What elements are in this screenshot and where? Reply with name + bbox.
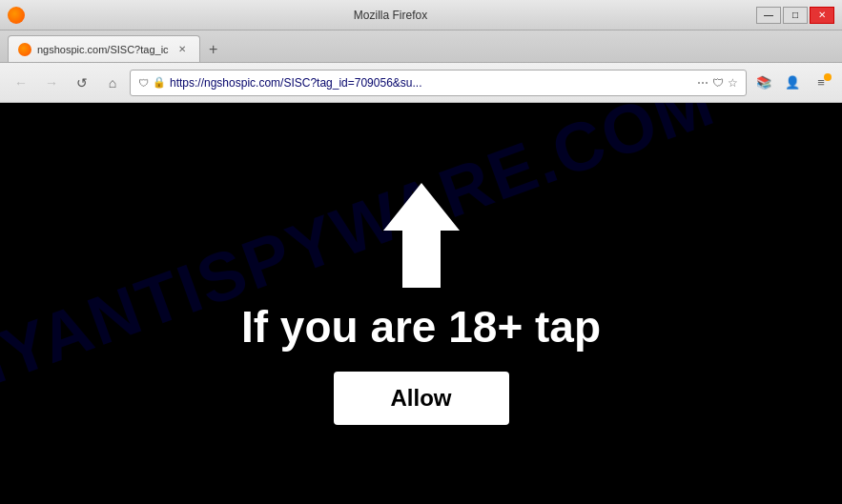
tab-title: ngshospic.com/SISC?tag_ic	[37, 44, 169, 55]
browser-tab[interactable]: ngshospic.com/SISC?tag_ic ✕	[8, 35, 200, 62]
allow-button[interactable]: Allow	[334, 372, 509, 425]
window-title: Mozilla Firefox	[25, 9, 756, 22]
page-content: MYANTISPYWARE.COM If you are 18+ tap All…	[0, 103, 842, 504]
new-tab-button[interactable]: +	[200, 37, 227, 62]
toolbar-right: 📚 👤 ≡	[750, 71, 834, 95]
svg-marker-0	[383, 183, 460, 288]
shield-icon: 🛡	[712, 76, 724, 90]
menu-button[interactable]: ≡	[808, 71, 834, 95]
maximize-button[interactable]: □	[783, 7, 808, 24]
window-controls: — □ ✕	[756, 7, 834, 24]
title-bar: Mozilla Firefox — □ ✕	[0, 0, 842, 30]
url-bar[interactable]: 🛡 🔒 https://ngshospic.com/SISC?tag_id=70…	[130, 70, 747, 96]
minimize-button[interactable]: —	[756, 7, 781, 24]
url-text: https://ngshospic.com/SISC?tag_id=709056…	[170, 76, 693, 90]
tracking-protection-icon: 🛡	[138, 77, 149, 89]
reload-button[interactable]: ↺	[69, 71, 95, 95]
lock-icon: 🔒	[153, 76, 166, 89]
arrow-container	[383, 183, 460, 292]
title-bar-left	[8, 7, 25, 24]
tab-bar: ngshospic.com/SISC?tag_ic ✕ +	[0, 30, 842, 63]
navigation-bar: ← → ↺ ⌂ 🛡 🔒 https://ngshospic.com/SISC?t…	[0, 63, 842, 103]
firefox-logo-icon	[8, 7, 25, 24]
up-arrow-icon	[383, 183, 460, 288]
main-text: If you are 18+ tap	[241, 301, 601, 353]
tab-favicon-icon	[18, 43, 31, 56]
back-button[interactable]: ←	[8, 71, 34, 95]
tab-close-button[interactable]: ✕	[175, 42, 190, 57]
forward-button[interactable]: →	[38, 71, 65, 95]
browser-window: Mozilla Firefox — □ ✕ ngshospic.com/SISC…	[0, 0, 842, 504]
close-button[interactable]: ✕	[810, 7, 834, 24]
url-extra-icons: ⋯ 🛡 ☆	[697, 76, 738, 90]
watermark-text: MYANTISPYWARE.COM	[0, 103, 725, 413]
sync-button[interactable]: 👤	[779, 71, 806, 95]
home-button[interactable]: ⌂	[99, 71, 126, 95]
bookmark-star-icon[interactable]: ☆	[728, 76, 738, 90]
url-more-icon[interactable]: ⋯	[697, 76, 709, 90]
library-button[interactable]: 📚	[750, 71, 777, 95]
